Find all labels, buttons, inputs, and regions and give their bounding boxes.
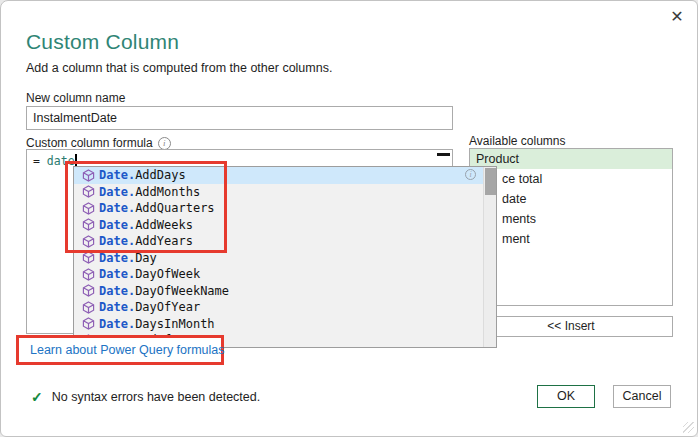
autocomplete-item[interactable]: Date.DayOfYear — [74, 299, 496, 316]
formula-text: = date — [33, 154, 77, 168]
formula-prefix: = — [33, 154, 47, 168]
autocomplete-item[interactable]: Date.AddDays i — [74, 167, 496, 184]
function-prefix: Date. — [99, 218, 135, 232]
column-item[interactable]: ce total — [470, 169, 672, 189]
function-prefix: Date. — [99, 267, 135, 281]
checkmark-icon: ✓ — [31, 389, 43, 405]
function-name: DayOfWeekName — [135, 284, 229, 298]
syntax-status: ✓ No syntax errors have been detected. — [31, 389, 260, 405]
function-prefix: Date. — [99, 234, 135, 248]
function-cube-icon — [82, 235, 95, 248]
info-icon[interactable]: i — [158, 137, 171, 150]
autocomplete-item[interactable]: Date.AddYears — [74, 233, 496, 250]
autocomplete-item[interactable]: Date.DaysInMonth — [74, 316, 496, 333]
function-name: DayOfYear — [135, 300, 200, 314]
function-cube-icon — [82, 202, 95, 215]
learn-formulas-link[interactable]: Learn about Power Query formulas — [30, 343, 225, 357]
column-item[interactable]: ment — [470, 229, 672, 249]
function-prefix: Date. — [99, 284, 135, 298]
function-prefix: Date. — [99, 168, 135, 182]
function-name: AddWeeks — [135, 218, 193, 232]
function-info-icon[interactable]: i — [465, 169, 476, 180]
function-name: Day — [135, 251, 157, 265]
autocomplete-item[interactable]: Date.AddQuarters — [74, 200, 496, 217]
column-item[interactable]: ments — [470, 209, 672, 229]
function-prefix: Date. — [99, 300, 135, 314]
resize-grip[interactable] — [683, 422, 694, 433]
function-prefix: Date. — [99, 317, 135, 331]
available-columns-list[interactable]: Product ce total date ments ment — [469, 148, 673, 306]
function-prefix: Date. — [99, 251, 135, 265]
function-name: AddYears — [135, 234, 193, 248]
scrollbar-thumb[interactable] — [485, 168, 496, 195]
autocomplete-item[interactable]: Date.DayOfWeekName — [74, 283, 496, 300]
dropdown-scrollbar[interactable] — [483, 167, 496, 347]
formula-scrollbar-handle[interactable] — [437, 153, 450, 156]
function-name: DaysInMonth — [135, 317, 214, 331]
dialog-subtitle: Add a column that is computed from the o… — [26, 61, 332, 75]
custom-column-dialog: ✕ Custom Column Add a column that is com… — [0, 0, 698, 437]
function-prefix: Date. — [99, 185, 135, 199]
new-column-name-label: New column name — [26, 91, 125, 105]
annotation-box-link: Learn about Power Query formulas — [16, 335, 224, 365]
close-icon[interactable]: ✕ — [667, 7, 687, 27]
status-message: No syntax errors have been detected. — [52, 390, 260, 404]
function-prefix: Date. — [99, 201, 135, 215]
column-item-selected[interactable]: Product — [470, 149, 672, 169]
autocomplete-item[interactable]: Date.Day — [74, 250, 496, 267]
formula-label-text: Custom column formula — [26, 136, 153, 150]
function-cube-icon — [82, 284, 95, 297]
column-item[interactable]: date — [470, 189, 672, 209]
autocomplete-item[interactable]: Date.AddWeeks — [74, 217, 496, 234]
function-name: DayOfWeek — [135, 267, 200, 281]
available-columns-label: Available columns — [469, 134, 566, 148]
formula-label: Custom column formula i — [26, 136, 171, 150]
autocomplete-dropdown[interactable]: Date.AddDays i Date.AddMonths Date.AddQu… — [73, 166, 497, 348]
cancel-button[interactable]: Cancel — [613, 385, 671, 408]
function-cube-icon — [82, 185, 95, 198]
new-column-name-input[interactable] — [26, 106, 453, 130]
function-cube-icon — [82, 317, 95, 330]
function-cube-icon — [82, 218, 95, 231]
ok-button[interactable]: OK — [537, 385, 595, 408]
function-name: AddDays — [135, 168, 186, 182]
function-cube-icon — [82, 169, 95, 182]
insert-button[interactable]: << Insert — [469, 316, 673, 337]
function-name: AddQuarters — [135, 201, 214, 215]
autocomplete-item[interactable]: Date.DayOfWeek — [74, 266, 496, 283]
function-cube-icon — [82, 251, 95, 264]
function-cube-icon — [82, 268, 95, 281]
function-cube-icon — [82, 301, 95, 314]
page-title: Custom Column — [26, 30, 179, 54]
autocomplete-item[interactable]: Date.AddMonths — [74, 184, 496, 201]
formula-keyword: date — [47, 154, 75, 168]
function-name: AddMonths — [135, 185, 200, 199]
